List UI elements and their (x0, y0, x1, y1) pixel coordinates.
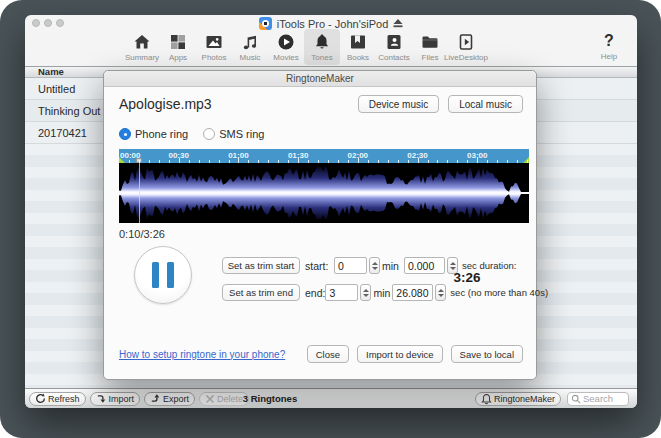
import-to-device-button[interactable]: Import to device (357, 345, 443, 363)
source-buttons: Device musicLocal music (358, 95, 523, 113)
ringtonemaker-button[interactable]: RingtoneMaker (475, 392, 561, 406)
toolbar-item-files[interactable]: Files (412, 29, 448, 65)
toolbar-item-label: Books (347, 53, 369, 62)
waveform-display[interactable] (119, 163, 529, 223)
delete-x-icon (205, 394, 215, 404)
toolbar-item-label: Apps (169, 53, 187, 62)
statusbar-button-label: Import (109, 394, 135, 404)
local-music-button[interactable]: Local music (448, 95, 523, 113)
playhead-line[interactable] (139, 163, 140, 223)
file-name-label: Apologise.mp3 (119, 96, 212, 112)
sec-limit-label: sec (no more than 40s) (450, 287, 548, 298)
photos-icon (204, 31, 224, 52)
import-button[interactable]: Import (90, 392, 141, 406)
trim-end-sec-input[interactable] (392, 284, 433, 301)
toolbar-items: SummaryAppsPhotosMusicMoviesTonesBooksCo… (124, 29, 484, 65)
save-to-local-button[interactable]: Save to local (451, 345, 523, 363)
contacts-icon (384, 31, 404, 52)
timeline-label: 00:00 (120, 151, 140, 160)
toolbar-item-apps[interactable]: Apps (160, 29, 196, 65)
search-input[interactable] (583, 393, 625, 404)
window-titlebar: iTools Pro - John'siPod (25, 15, 637, 29)
stepper-up-icon (450, 262, 456, 265)
close-button[interactable]: Close (307, 345, 349, 363)
livedesktop-icon (456, 31, 476, 52)
eject-icon[interactable] (393, 19, 403, 28)
trim-start-min-input[interactable] (334, 257, 367, 274)
stepper-down-icon (438, 294, 444, 297)
radio-sms-ring[interactable]: SMS ring (203, 128, 264, 140)
window-title: iTools Pro - John'siPod (277, 18, 389, 30)
music-note-icon (240, 31, 260, 52)
dialog-header-row: Apologise.mp3 Device musicLocal music (119, 95, 523, 113)
toolbar-item-label: Music (240, 53, 261, 62)
toolbar-item-label: LiveDesktop (444, 53, 488, 62)
toolbar-item-label: Files (422, 53, 439, 62)
trim-end-min-input[interactable] (325, 284, 358, 301)
min-unit-label: min (373, 287, 390, 299)
toolbar-item-label: Help (601, 52, 617, 61)
files-folder-icon (420, 31, 440, 52)
end-sec-stepper[interactable] (435, 284, 446, 301)
toolbar-item-label: Summary (125, 53, 159, 62)
statusbar-left-buttons: RefreshImportExportDelete (29, 392, 249, 406)
search-icon (571, 394, 581, 404)
status-bar: RefreshImportExportDelete 3 Ringtones Ri… (25, 388, 637, 408)
toolbar-item-livedesktop[interactable]: LiveDesktop (448, 29, 484, 65)
toolbar-item-tones[interactable]: Tones (304, 29, 340, 65)
books-icon (348, 31, 368, 52)
column-header-label: Name (38, 66, 64, 77)
toolbar-item-books[interactable]: Books (340, 29, 376, 65)
toolbar-item-photos[interactable]: Photos (196, 29, 232, 65)
bell-icon (481, 393, 492, 405)
pause-button[interactable] (134, 246, 192, 304)
radio-selected-icon (119, 128, 131, 140)
import-arrow-icon (96, 393, 107, 404)
main-toolbar: SummaryAppsPhotosMusicMoviesTonesBooksCo… (25, 29, 637, 66)
refresh-button[interactable]: Refresh (29, 392, 86, 406)
stepper-down-icon (363, 294, 369, 297)
toolbar-item-contacts[interactable]: Contacts (376, 29, 412, 65)
apps-icon (168, 31, 188, 52)
setup-ringtone-help-link[interactable]: How to setup ringtone in your phone? (119, 349, 285, 360)
stepper-down-icon (372, 267, 378, 270)
export-button[interactable]: Export (144, 392, 195, 406)
end-label: end: (305, 287, 325, 299)
statusbar-button-label: Refresh (48, 394, 80, 404)
playback-position-label: 0:10/3:26 (119, 228, 165, 240)
trim-start-sec-input[interactable] (404, 257, 445, 274)
timeline-ruler[interactable]: 00:0000:3001:0001:3002:0002:3003:00 (119, 149, 529, 163)
tones-bell-icon (312, 31, 332, 52)
toolbar-item-label: Contacts (378, 53, 410, 62)
ringtonemaker-button-label: RingtoneMaker (494, 394, 555, 404)
set-trim-end-button[interactable]: Set as trim end (222, 284, 300, 301)
ringtonemaker-dialog: RingtoneMaker Apologise.mp3 Device music… (103, 70, 537, 380)
statusbar-button-label: Delete (217, 394, 243, 404)
statusbar-button-label: Export (163, 394, 189, 404)
toolbar-item-help[interactable]: ? Help (593, 29, 625, 61)
radio-label: SMS ring (219, 128, 264, 140)
toolbar-item-label: Tones (311, 53, 332, 62)
min-unit-label: min (382, 260, 402, 272)
end-min-stepper[interactable] (360, 284, 371, 301)
device-music-button[interactable]: Device music (358, 95, 439, 113)
waveform-area: 00:0000:3001:0001:3002:0002:3003:00 (119, 149, 529, 223)
start-label: start: (305, 260, 334, 272)
trim-end-row: Set as trim end end: min sec (no more th… (222, 284, 532, 301)
radio-phone-ring[interactable]: Phone ring (119, 128, 188, 140)
search-field[interactable] (567, 392, 629, 406)
start-min-stepper[interactable] (369, 257, 380, 274)
toolbar-item-label: Photos (202, 53, 227, 62)
ringtone-count-label: 3 Ringtones (243, 393, 297, 404)
set-trim-start-button[interactable]: Set as trim start (222, 257, 300, 274)
delete-button: Delete (199, 392, 249, 406)
pause-icon (167, 262, 174, 288)
export-arrow-icon (150, 393, 161, 404)
statusbar-right-group: RingtoneMaker (475, 392, 629, 406)
toolbar-item-summary[interactable]: Summary (124, 29, 160, 65)
duration-value: 3:26 (442, 270, 492, 285)
toolbar-item-music[interactable]: Music (232, 29, 268, 65)
refresh-icon (35, 393, 46, 404)
stepper-up-icon (372, 262, 378, 265)
toolbar-item-movies[interactable]: Movies (268, 29, 304, 65)
